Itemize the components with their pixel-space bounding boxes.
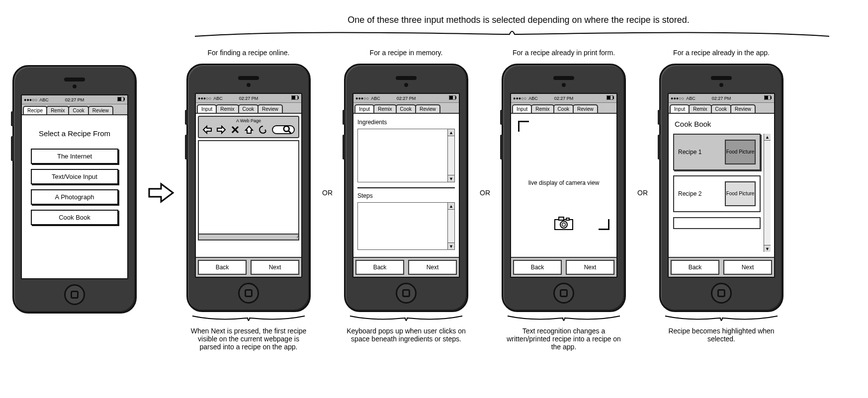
browser-viewport[interactable] xyxy=(198,140,299,235)
recipe-card[interactable]: Recipe 2 Food Picture xyxy=(673,175,761,212)
next-button[interactable]: Next xyxy=(566,260,614,275)
status-bar: ●●●○○ ABC 02:27 PM xyxy=(196,94,301,103)
scroll-up-icon[interactable]: ▲ xyxy=(448,203,454,210)
source-cookbook-button[interactable]: Cook Book xyxy=(31,210,118,225)
tab-review[interactable]: Review xyxy=(258,104,283,113)
home-button[interactable] xyxy=(553,283,574,304)
caption-top-cookbook: For a recipe already in the app. xyxy=(673,49,770,59)
tab-input[interactable]: Input xyxy=(670,104,690,113)
nav-home-icon[interactable] xyxy=(244,125,254,134)
svg-rect-16 xyxy=(566,218,569,220)
back-button[interactable]: Back xyxy=(355,260,404,275)
ingredients-textarea[interactable]: ▲ ▼ xyxy=(357,129,455,182)
phone-mock-textinput: ●●●○○ ABC 02:27 PM Input Remix Cook Revi… xyxy=(344,64,468,312)
scroll-down-icon[interactable]: ▼ xyxy=(764,245,771,252)
tab-remix[interactable]: Remix xyxy=(689,104,711,113)
tab-cook[interactable]: Cook xyxy=(553,104,574,113)
scrollbar[interactable]: ▲ ▼ xyxy=(764,134,771,252)
tab-cook[interactable]: Cook xyxy=(68,106,88,114)
tab-remix[interactable]: Remix xyxy=(46,106,69,114)
brace-bottom-icon xyxy=(507,315,621,323)
browser-status-bar: /// xyxy=(198,235,299,240)
tab-bar: Input Remix Cook Review xyxy=(511,103,616,114)
tab-cook[interactable]: Cook xyxy=(711,104,731,113)
clock: 02:27 PM xyxy=(511,96,616,101)
brace-bottom-icon xyxy=(664,315,779,323)
or-divider: OR xyxy=(480,189,490,197)
steps-textarea[interactable]: ▲ ▼ xyxy=(357,202,455,250)
tab-bar: Recipe Remix Cook Review xyxy=(22,104,127,115)
tab-input[interactable]: Input xyxy=(512,104,532,113)
tab-remix[interactable]: Remix xyxy=(531,104,554,113)
nav-search-field[interactable] xyxy=(272,125,295,134)
recipe-card[interactable]: Recipe 1 Food Picture xyxy=(673,134,761,170)
nav-refresh-icon[interactable] xyxy=(258,125,268,134)
phone-mock-camera: ●●●○○ ABC 02:27 PM Input Remix Cook Revi… xyxy=(502,64,626,312)
caption-bottom-spacer xyxy=(74,325,76,355)
clock: 02:27 PM xyxy=(353,96,459,101)
flow-arrow-icon xyxy=(148,182,175,204)
next-button[interactable]: Next xyxy=(408,260,457,275)
tab-input[interactable]: Input xyxy=(197,104,217,113)
or-divider: OR xyxy=(322,189,333,197)
clock: 02:27 PM xyxy=(22,97,127,102)
or-divider: OR xyxy=(637,189,648,197)
scroll-up-icon[interactable]: ▲ xyxy=(764,134,771,141)
nav-stop-icon[interactable] xyxy=(230,125,240,134)
back-button[interactable]: Back xyxy=(198,260,247,275)
viewfinder-corner-br-icon xyxy=(599,219,609,230)
select-title: Select a Recipe From xyxy=(27,129,122,138)
phone-mock-cookbook: ●●●○○ ABC 02:27 PM Input Remix Cook Revi… xyxy=(659,64,783,312)
scroll-down-icon[interactable]: ▼ xyxy=(448,242,454,249)
home-button[interactable] xyxy=(396,283,417,304)
source-textvoice-button[interactable]: Text/Voice Input xyxy=(31,169,118,184)
browser-title-label: A Web Page xyxy=(202,118,295,123)
scroll-up-icon[interactable]: ▲ xyxy=(448,129,454,136)
tab-cook[interactable]: Cook xyxy=(238,104,259,113)
svg-line-7 xyxy=(288,131,291,133)
phone-mock-select: ●●●○○ ABC 02:27 PM Recipe Remix Cook Rev… xyxy=(12,65,137,314)
source-photograph-button[interactable]: A Photograph xyxy=(31,189,118,205)
next-button[interactable]: Next xyxy=(251,260,299,275)
caption-bottom-browser: When Next is pressed, the first recipe v… xyxy=(186,327,311,357)
top-caption: One of these three input methods is sele… xyxy=(179,15,858,25)
tab-input[interactable]: Input xyxy=(354,104,374,113)
recipe-card[interactable] xyxy=(673,217,761,229)
tab-review[interactable]: Review xyxy=(573,104,598,113)
nav-forward-icon[interactable] xyxy=(216,125,226,134)
tab-cook[interactable]: Cook xyxy=(396,104,416,113)
tab-bar: Input Remix Cook Review xyxy=(669,103,774,114)
shutter-button[interactable] xyxy=(554,216,574,232)
clock: 02:27 PM xyxy=(196,96,301,101)
back-button[interactable]: Back xyxy=(513,260,562,275)
section-divider xyxy=(357,187,455,188)
scrollbar[interactable]: ▲ ▼ xyxy=(447,203,454,249)
caption-top-text: For a recipe in memory. xyxy=(370,49,443,59)
tab-review[interactable]: Review xyxy=(415,104,440,113)
nav-back-icon[interactable] xyxy=(202,125,212,134)
cookbook-title: Cook Book xyxy=(675,120,771,128)
home-button[interactable] xyxy=(238,283,259,304)
scroll-down-icon[interactable]: ▼ xyxy=(448,175,454,182)
source-internet-button[interactable]: The Internet xyxy=(31,149,118,164)
tab-remix[interactable]: Remix xyxy=(373,104,396,113)
tab-review[interactable]: Review xyxy=(730,104,756,113)
tab-recipe[interactable]: Recipe xyxy=(23,106,47,114)
brace-bottom-icon xyxy=(191,315,306,323)
resize-grip-icon: /// xyxy=(297,235,297,239)
scrollbar[interactable]: ▲ ▼ xyxy=(447,129,454,182)
caption-bottom-cookbook: Recipe becomes highlighted when selected… xyxy=(659,327,783,357)
camera-live-label: live display of camera view xyxy=(511,179,616,186)
home-button[interactable] xyxy=(64,284,85,305)
status-bar: ●●●○○ ABC 02:27 PM xyxy=(353,94,459,103)
tab-remix[interactable]: Remix xyxy=(216,104,239,113)
tab-review[interactable]: Review xyxy=(88,106,113,114)
ingredients-label: Ingredients xyxy=(357,119,455,126)
back-button[interactable]: Back xyxy=(671,260,719,275)
phone-mock-browser: ●●●○○ ABC 02:27 PM Input Remix Cook Revi… xyxy=(186,64,311,312)
next-button[interactable]: Next xyxy=(723,260,772,275)
status-bar: ●●●○○ ABC 02:27 PM xyxy=(511,94,616,103)
home-button[interactable] xyxy=(711,283,732,304)
caption-top-camera: For a recipe already in print form. xyxy=(513,49,615,59)
viewfinder-corner-tl-icon xyxy=(518,121,529,132)
